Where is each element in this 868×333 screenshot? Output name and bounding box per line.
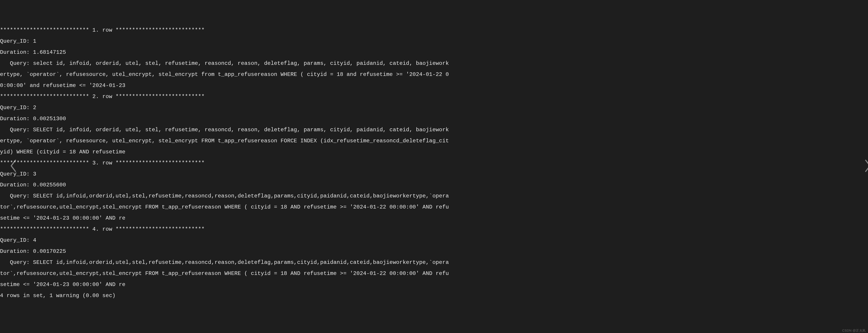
- query-line: Query: SELECT id, infoid, orderid, utel,…: [0, 127, 868, 133]
- duration-line: Duration: 0.00170225: [0, 249, 868, 254]
- duration-line: Duration: 0.00255600: [0, 182, 868, 188]
- query-id-line: Query_ID: 1: [0, 39, 868, 44]
- row-header: *************************** 2. row *****…: [0, 94, 868, 99]
- row-header: *************************** 3. row *****…: [0, 160, 868, 166]
- chevron-left-icon: [0, 154, 18, 179]
- query-line: tor`,refusesource,utel_encrypt,stel_encr…: [0, 271, 868, 276]
- prev-arrow[interactable]: [1, 159, 12, 174]
- query-line: 0:00:00' and refusetime <= '2024-01-23: [0, 83, 868, 88]
- query-line: Query: SELECT id,infoid,orderid,utel,ste…: [0, 260, 868, 265]
- terminal-output: *************************** 1. row *****…: [0, 22, 868, 304]
- query-line: Query: select id, infoid, orderid, utel,…: [0, 61, 868, 66]
- query-id-line: Query_ID: 4: [0, 238, 868, 243]
- query-line: setime <= '2024-01-23 00:00:00' AND re: [0, 215, 868, 221]
- chevron-right-icon: [850, 154, 868, 179]
- row-header: *************************** 1. row *****…: [0, 28, 868, 33]
- query-line: setime <= '2024-01-23 00:00:00' AND re: [0, 282, 868, 287]
- result-footer: 4 rows in set, 1 warning (0.00 sec): [0, 293, 868, 298]
- duration-line: Duration: 0.00251300: [0, 116, 868, 122]
- query-id-line: Query_ID: 3: [0, 171, 868, 177]
- query-line: yid) WHERE (cityid = 18 AND refusetime: [0, 149, 868, 155]
- next-arrow[interactable]: [856, 159, 867, 174]
- watermark-text: CSDN @正大风: [842, 329, 866, 332]
- query-line: ertype, `operator`, refusesource, utel_e…: [0, 138, 868, 144]
- row-header: *************************** 4. row *****…: [0, 227, 868, 232]
- query-id-line: Query_ID: 2: [0, 105, 868, 110]
- query-line: ertype, `operator`, refusesource, utel_e…: [0, 72, 868, 77]
- duration-line: Duration: 1.68147125: [0, 50, 868, 55]
- query-line: tor`,refusesource,utel_encrypt,stel_encr…: [0, 204, 868, 210]
- query-line: Query: SELECT id,infoid,orderid,utel,ste…: [0, 193, 868, 199]
